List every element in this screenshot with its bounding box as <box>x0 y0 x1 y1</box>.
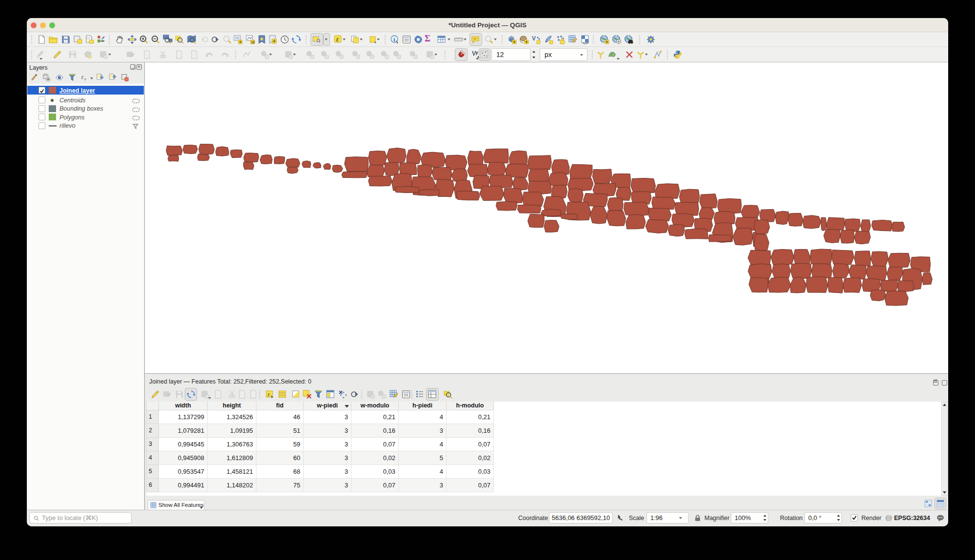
svg-text:ν: ν <box>84 77 86 81</box>
svg-text:ε: ε <box>336 36 339 43</box>
svg-text:i: i <box>393 37 395 42</box>
svg-text:3D: 3D <box>251 40 255 44</box>
svg-text:ε: ε <box>81 74 84 80</box>
svg-text:V: V <box>532 35 536 42</box>
svg-text:ε: ε <box>268 392 270 397</box>
